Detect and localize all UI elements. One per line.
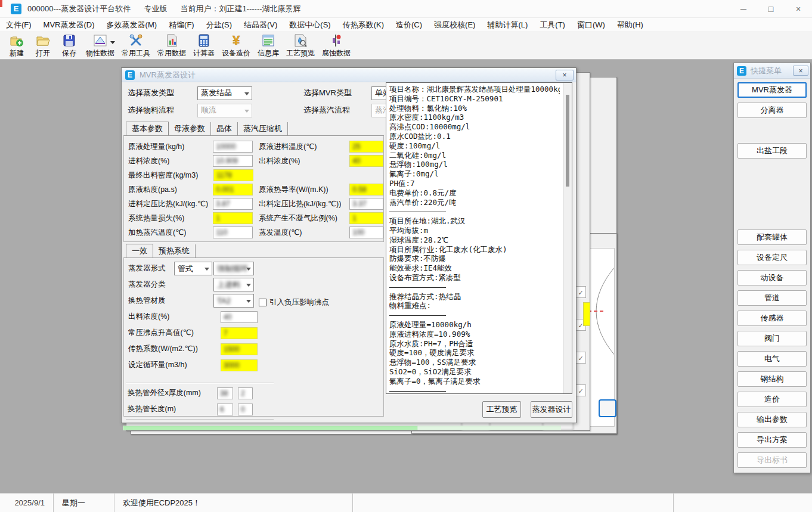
basic-params-panel: 原液处理量(kg/h)10000原液进料温度(℃)25进料浓度(%)10.909… bbox=[123, 136, 384, 242]
quick-menu-button-11[interactable]: 造价 bbox=[737, 392, 807, 407]
tube-input-0-1[interactable]: 38 bbox=[217, 387, 233, 399]
process-preview-button[interactable]: 工艺预览 bbox=[482, 401, 521, 418]
quick-menu-button-5[interactable]: 动设备 bbox=[737, 270, 807, 286]
info-line-17: 项目所属行业:化工废水(化工废水) bbox=[389, 245, 560, 255]
param-input-1-1[interactable]: 10.909 bbox=[213, 155, 253, 167]
param-input-4-2[interactable]: 3.37 bbox=[349, 198, 383, 210]
toolbar-button-4[interactable]: 常用工具 bbox=[118, 32, 154, 58]
toolbar-button-5[interactable]: 常用数据 bbox=[154, 32, 190, 58]
menu-item-13[interactable]: 帮助(H) bbox=[611, 18, 649, 32]
quick-menu-button-10[interactable]: 钢结构 bbox=[737, 371, 807, 387]
quick-menu-button-6[interactable]: 管道 bbox=[737, 290, 807, 306]
menu-item-4[interactable]: 分盐(S) bbox=[200, 18, 238, 32]
quick-menu-button-3[interactable]: 配套罐体 bbox=[737, 229, 807, 245]
combo-0[interactable]: 蒸发结晶 bbox=[197, 86, 252, 100]
menu-item-6[interactable]: 数据中心(S) bbox=[283, 18, 336, 32]
param-input-5-2[interactable]: 1 bbox=[349, 212, 383, 224]
param-input-6-2[interactable]: 100 bbox=[349, 226, 383, 238]
param-input-5-1[interactable]: 1 bbox=[213, 212, 253, 224]
menu-item-0[interactable]: 文件(F) bbox=[0, 18, 38, 32]
param-input-0-1[interactable]: 10000 bbox=[213, 141, 253, 153]
effect-tabs: 一效预热系统 bbox=[126, 244, 196, 258]
toolbar-button-6[interactable]: 计算器 bbox=[190, 32, 218, 58]
maximize-button[interactable]: □ bbox=[757, 0, 785, 18]
quick-menu-button-4[interactable]: 设备定尺 bbox=[737, 250, 807, 265]
dropdown-caret-icon[interactable] bbox=[110, 41, 115, 46]
dialog-close-button[interactable]: × bbox=[556, 70, 574, 80]
quick-menu-button-0[interactable]: MVR蒸发器 bbox=[737, 82, 807, 98]
evaporator-design-button[interactable]: 蒸发器设计 bbox=[531, 401, 572, 418]
effect-combo-0-2[interactable]: 强制循环 bbox=[213, 262, 254, 275]
param-input-3-1[interactable]: 0.001 bbox=[213, 184, 253, 196]
quick-menu-button-13[interactable]: 导出方案 bbox=[737, 432, 807, 448]
toolbar-button-0[interactable]: 新建 bbox=[4, 32, 30, 58]
info-line-5: 原水COD盐比:0.1 bbox=[389, 132, 560, 141]
info-divider bbox=[389, 283, 560, 292]
vacuum-effect-checkbox[interactable] bbox=[259, 299, 266, 306]
effect-input-4[interactable]: 7 bbox=[221, 327, 258, 339]
toolbar-button-1[interactable]: 打开 bbox=[30, 32, 56, 58]
app-logo-icon: E bbox=[11, 4, 21, 14]
tab-basic-params-2[interactable]: 晶体 bbox=[211, 122, 238, 136]
property-data-icon bbox=[92, 33, 108, 48]
menu-item-11[interactable]: 工具(T) bbox=[534, 18, 571, 32]
param-input-2-1[interactable]: 1178 bbox=[213, 169, 253, 181]
menu-item-5[interactable]: 结晶器(V) bbox=[238, 18, 283, 32]
toolbar-button-8[interactable]: 信息库 bbox=[254, 32, 283, 58]
tube-input-1-1[interactable]: 6 bbox=[217, 404, 233, 415]
toolbar-button-9[interactable]: 工艺预览 bbox=[283, 32, 318, 58]
close-button[interactable]: × bbox=[785, 0, 812, 18]
select-label: 选择物料流程 bbox=[128, 105, 197, 116]
info-scrollbar[interactable] bbox=[563, 83, 572, 393]
quick-menu-close-button[interactable]: × bbox=[793, 66, 808, 76]
quick-menu-button-8[interactable]: 阀门 bbox=[737, 331, 807, 346]
background-check-field[interactable]: ✓ bbox=[575, 384, 586, 396]
toolbar-button-7[interactable]: ¥设备造价 bbox=[218, 32, 254, 58]
quick-menu-button-1[interactable]: 分离器 bbox=[737, 103, 807, 118]
effect-input-5[interactable]: 1500 bbox=[221, 343, 258, 355]
effect-row-3: 出料浓度(%)40 bbox=[124, 309, 383, 325]
toolbar-button-2[interactable]: 保存 bbox=[56, 32, 82, 58]
dialog-title-bar[interactable]: E MVR蒸发器设计 × bbox=[122, 68, 576, 82]
quick-menu-button-9[interactable]: 电气 bbox=[737, 351, 807, 367]
effect-combo-1[interactable]: 上进料 bbox=[213, 278, 254, 291]
tab-basic-params-0[interactable]: 基本参数 bbox=[126, 122, 169, 136]
toolbar-button-3[interactable]: 物性数据 bbox=[82, 32, 118, 58]
tab-basic-params-3[interactable]: 蒸汽压缩机 bbox=[238, 122, 288, 136]
param-input-0-2[interactable]: 25 bbox=[349, 141, 383, 153]
menu-item-9[interactable]: 强度校核(E) bbox=[428, 18, 481, 32]
quick-menu-title-bar[interactable]: E 快捷菜单 × bbox=[734, 63, 810, 79]
tab-basic-params-1[interactable]: 母液参数 bbox=[169, 122, 211, 136]
tab-effect-1[interactable]: 预热系统 bbox=[153, 244, 196, 258]
param-input-4-1[interactable]: 3.87 bbox=[213, 198, 253, 210]
tab-effect-0[interactable]: 一效 bbox=[126, 244, 153, 259]
quick-menu-button-12[interactable]: 输出参数 bbox=[737, 412, 807, 427]
menu-item-7[interactable]: 传热系数(K) bbox=[337, 18, 390, 32]
background-check-field[interactable]: ✓ bbox=[575, 286, 586, 298]
quick-menu-button-2[interactable]: 出盐工段 bbox=[737, 143, 807, 159]
menu-item-3[interactable]: 精馏(F) bbox=[163, 18, 200, 32]
minimize-button[interactable]: ─ bbox=[730, 0, 757, 18]
effect-combo-0-1[interactable]: 管式 bbox=[174, 262, 212, 275]
menu-item-12[interactable]: 窗口(W) bbox=[571, 18, 611, 32]
menu-item-10[interactable]: 辅助计算(L) bbox=[481, 18, 534, 32]
tube-input-0-2[interactable]: 2 bbox=[238, 387, 253, 399]
effect-input-3[interactable]: 40 bbox=[221, 311, 258, 323]
background-ok-button[interactable] bbox=[599, 399, 616, 417]
info-scrollbar-thumb[interactable] bbox=[566, 95, 569, 187]
toolbar-button-10[interactable]: 腐蚀数据 bbox=[318, 32, 354, 58]
menu-item-2[interactable]: 多效蒸发器(M) bbox=[101, 18, 163, 32]
effect-combo-2[interactable]: TA2 bbox=[213, 294, 254, 308]
quick-menu-button-7[interactable]: 传感器 bbox=[737, 311, 807, 326]
param-input-1-2[interactable]: 40 bbox=[349, 155, 383, 167]
param-input-6-1[interactable]: 110 bbox=[213, 226, 253, 238]
menu-item-1[interactable]: MVR蒸发器(D) bbox=[38, 18, 101, 32]
effect-input-6[interactable]: 3000 bbox=[221, 359, 258, 371]
background-check-field[interactable]: ✓ bbox=[575, 352, 586, 364]
menu-item-8[interactable]: 造价(C) bbox=[390, 18, 428, 32]
info-line-8: 悬浮物:100mg/l bbox=[389, 160, 560, 169]
param-row-5: 系统热量损失(%)1系统产生不凝气比例(%)1 bbox=[124, 211, 383, 225]
tube-input-1-2[interactable]: 0 bbox=[238, 404, 253, 415]
info-line-3: 原水密度:1100kg/m3 bbox=[389, 113, 560, 122]
param-input-3-2[interactable]: 0.58 bbox=[349, 184, 383, 196]
